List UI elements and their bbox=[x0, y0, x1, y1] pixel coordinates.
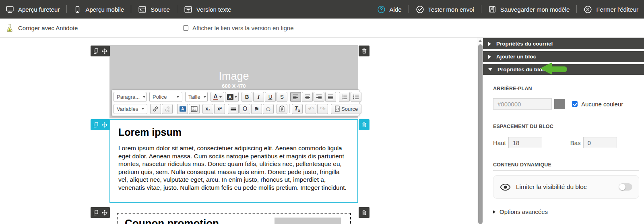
unlink-icon bbox=[164, 106, 171, 112]
unlink-button[interactable] bbox=[162, 104, 173, 114]
spacing-top-label: Haut bbox=[493, 139, 506, 146]
background-color-input[interactable] bbox=[493, 98, 552, 110]
block-properties-panel: ARRIÈRE-PLAN Aucune couleur ESPACEMENT D… bbox=[483, 86, 644, 215]
font-dropdown[interactable]: Police bbox=[149, 92, 182, 102]
image-placeholder-label: Image bbox=[219, 70, 249, 83]
paragraph-format-value: Paragra... bbox=[117, 94, 140, 100]
move-icon bbox=[101, 48, 108, 54]
anchor-button[interactable]: A bbox=[177, 104, 188, 114]
test-send-button[interactable]: Tester mon envoi bbox=[409, 5, 481, 14]
online-version-label: Afficher le lien vers la version en lign… bbox=[192, 25, 294, 31]
toolbar-group-divider bbox=[175, 104, 175, 113]
size-dropdown[interactable]: Taille bbox=[185, 92, 208, 102]
chevron-down-icon bbox=[488, 68, 492, 71]
toggle-knob bbox=[619, 184, 625, 190]
help-icon bbox=[377, 5, 386, 14]
chevron-right-icon bbox=[488, 55, 491, 59]
italic-button[interactable]: I bbox=[253, 92, 264, 102]
align-left-button[interactable] bbox=[290, 92, 301, 102]
text-block-delete-button[interactable] bbox=[359, 119, 369, 130]
save-icon bbox=[488, 5, 496, 13]
advanced-options-expander[interactable]: Options avancées bbox=[493, 208, 639, 215]
green-pointer-arrow bbox=[540, 62, 569, 75]
align-center-icon bbox=[304, 94, 310, 100]
mobile-preview-label: Aperçu mobile bbox=[85, 6, 124, 13]
online-version-checkbox-box[interactable] bbox=[183, 25, 188, 31]
online-version-checkbox[interactable]: Afficher le lien vers la version en lign… bbox=[183, 19, 294, 37]
subscript-icon: x₂ bbox=[205, 106, 210, 112]
superscript-button[interactable]: x² bbox=[214, 104, 225, 114]
email-canvas: Image 600 X 470 Paragra... Police bbox=[0, 37, 477, 224]
text-version-button[interactable]: Version texte bbox=[177, 5, 238, 14]
no-color-checkbox[interactable] bbox=[572, 101, 578, 107]
undo-button[interactable]: ↶ bbox=[305, 104, 316, 114]
align-right-button[interactable] bbox=[314, 92, 324, 102]
bold-button[interactable]: B bbox=[242, 92, 252, 102]
remove-format-icon: Tx bbox=[294, 105, 300, 113]
ordered-list-icon bbox=[341, 94, 347, 100]
spacing-top-input[interactable] bbox=[508, 137, 542, 148]
coupon-block-delete-button[interactable] bbox=[359, 207, 369, 218]
trash-icon bbox=[361, 209, 367, 216]
rte-source-button[interactable]: Source bbox=[331, 104, 361, 114]
mobile-preview-button[interactable]: Aperçu mobile bbox=[67, 5, 131, 14]
accordion-email-properties[interactable]: Propriétés du courriel bbox=[483, 38, 644, 49]
source-window-icon bbox=[138, 5, 147, 14]
rte-row-2: Variables A bbox=[114, 103, 357, 114]
justify-button[interactable] bbox=[325, 92, 336, 102]
monitor-icon bbox=[6, 5, 14, 14]
close-editor-button[interactable]: Fermer l'éditeur bbox=[577, 5, 638, 14]
strikethrough-icon: S bbox=[280, 94, 284, 100]
emoji-button[interactable]: ☺ bbox=[263, 104, 274, 114]
browser-preview-button[interactable]: Aperçu fureteur bbox=[6, 5, 66, 14]
image-block-delete-button[interactable] bbox=[359, 46, 369, 56]
accordion-add-block[interactable]: Ajouter un bloc bbox=[483, 51, 644, 62]
text-block-handle[interactable] bbox=[91, 119, 110, 130]
paste-button[interactable] bbox=[277, 104, 287, 114]
coupon-block-handle[interactable] bbox=[91, 207, 110, 218]
chevron-down-icon bbox=[177, 96, 179, 98]
redo-button[interactable]: ↷ bbox=[317, 104, 328, 114]
coupon-block[interactable]: Coupon promotion bbox=[117, 213, 351, 224]
background-color-icon: A bbox=[227, 94, 233, 100]
special-character-button[interactable]: Ω bbox=[239, 104, 250, 114]
ordered-list-button[interactable] bbox=[339, 92, 350, 102]
bold-icon: B bbox=[245, 94, 249, 100]
dynamic-content-section-title: CONTENU DYNAMIQUE bbox=[493, 162, 639, 168]
image-block-handle[interactable] bbox=[91, 46, 110, 56]
chevron-right-icon bbox=[488, 42, 491, 46]
canvas-scrollbar[interactable] bbox=[477, 37, 483, 224]
duplicate-icon bbox=[93, 122, 99, 128]
text-color-icon: A bbox=[213, 93, 218, 100]
align-center-button[interactable] bbox=[302, 92, 313, 102]
paragraph-format-dropdown[interactable]: Paragra... bbox=[114, 92, 147, 102]
horizontal-rule-button[interactable] bbox=[228, 104, 239, 114]
trash-icon bbox=[361, 122, 367, 128]
text-color-button[interactable]: A bbox=[211, 92, 224, 102]
underline-button[interactable]: U bbox=[265, 92, 276, 102]
visibility-card: Limiter la visibilité du bloc bbox=[493, 175, 639, 199]
insert-link-button[interactable] bbox=[150, 104, 161, 114]
text-block-selected[interactable]: Lorem ipsum Lorem ipsum dolor sit amet, … bbox=[109, 119, 358, 203]
antidote-correct-button[interactable]: Corriger avec Antidote bbox=[6, 19, 78, 37]
color-swatch[interactable] bbox=[554, 99, 565, 109]
limit-visibility-toggle[interactable] bbox=[619, 183, 632, 191]
background-color-button[interactable]: A bbox=[225, 92, 239, 102]
variables-dropdown[interactable]: Variables bbox=[114, 104, 147, 114]
browser-preview-label: Aperçu fureteur bbox=[18, 6, 60, 13]
coupon-image-placeholder bbox=[275, 218, 341, 224]
bullet-list-button[interactable] bbox=[351, 92, 361, 102]
scrollbar-thumb[interactable] bbox=[478, 44, 483, 224]
help-button[interactable]: Aide bbox=[370, 5, 409, 14]
insert-image-button[interactable] bbox=[189, 104, 200, 114]
page-break-button[interactable]: ⚑ bbox=[251, 104, 262, 114]
spacing-bottom-input[interactable] bbox=[583, 137, 617, 148]
remove-format-button[interactable]: Tx bbox=[292, 104, 303, 114]
strikethrough-button[interactable]: S bbox=[277, 92, 287, 102]
subscript-button[interactable]: x₂ bbox=[202, 104, 213, 114]
clipboard-icon bbox=[279, 106, 285, 112]
scrollbar-up-arrow-icon[interactable] bbox=[479, 39, 482, 42]
source-button[interactable]: Source bbox=[131, 5, 177, 14]
chevron-down-icon bbox=[204, 96, 206, 98]
save-template-button[interactable]: Sauvegarder mon modèle bbox=[481, 5, 577, 13]
